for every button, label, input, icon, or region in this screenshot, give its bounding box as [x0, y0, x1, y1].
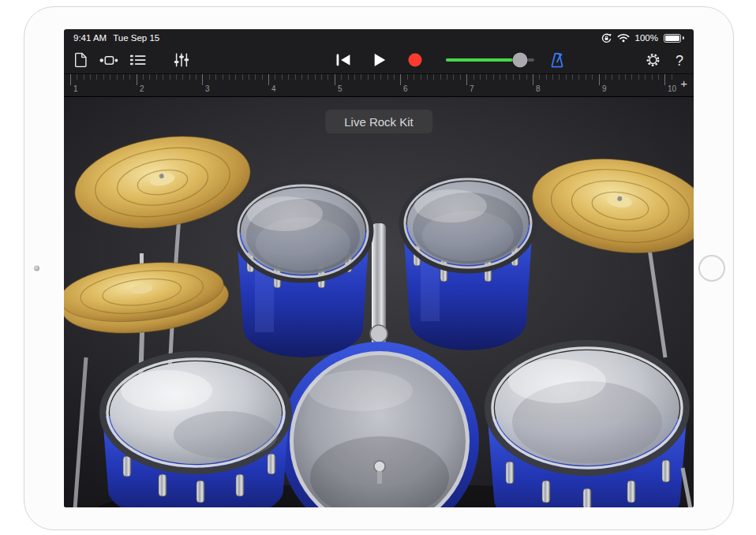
toolbar-right-group: ?: [645, 52, 683, 69]
record-icon: [409, 54, 422, 67]
tracks-view-button[interactable]: [99, 54, 118, 65]
go-to-beginning-button[interactable]: [336, 54, 351, 67]
ruler-mark: 9: [602, 84, 607, 93]
play-icon: [373, 53, 387, 68]
ruler-mark: 1: [73, 84, 78, 93]
ruler-mark: 10: [668, 84, 676, 93]
mixer-button[interactable]: [174, 53, 189, 68]
battery-icon: [664, 34, 681, 43]
drum-kit-illustration: [64, 97, 694, 507]
master-volume-slider[interactable]: [446, 58, 534, 62]
drums-instrument-area[interactable]: Live Rock Kit: [64, 97, 694, 507]
volume-knob[interactable]: [513, 53, 528, 68]
rotation-lock-icon: [601, 33, 612, 43]
transport-controls: [336, 53, 422, 68]
toolbar-left-group: [74, 53, 189, 68]
status-left: 9:41 AM Tue Sep 15: [73, 33, 159, 43]
battery-nub: [683, 36, 684, 39]
record-button[interactable]: [409, 54, 422, 67]
crash-cymbal[interactable]: [69, 125, 257, 240]
volume-fill: [446, 58, 520, 62]
ruler-mark: 5: [338, 84, 342, 93]
snare-drum[interactable]: [103, 354, 289, 507]
gear-icon: [645, 52, 661, 69]
ipad-device-frame: 9:41 AM Tue Sep 15 100%: [24, 6, 734, 530]
tom-mid[interactable]: [402, 176, 534, 350]
ruler-mark: 6: [403, 84, 408, 93]
status-bar: 9:41 AM Tue Sep 15 100%: [64, 29, 694, 47]
my-songs-button[interactable]: [74, 53, 88, 68]
hi-hat[interactable]: [64, 255, 231, 341]
track-list-icon: [130, 54, 146, 66]
garageband-screen: 9:41 AM Tue Sep 15 100%: [64, 29, 694, 507]
ruler-mark: 7: [470, 84, 474, 93]
faders-icon: [174, 53, 189, 68]
track-controls-button[interactable]: [130, 54, 146, 66]
page: 9:41 AM Tue Sep 15 100%: [0, 0, 756, 535]
timeline-ruler[interactable]: 1 2 3 4 5 6 7 8 9 10 +: [64, 74, 694, 97]
ruler-mark: 3: [205, 84, 210, 93]
track-view-icon: [99, 54, 118, 65]
status-date: Tue Sep 15: [113, 33, 159, 43]
ruler-mark: 8: [536, 84, 541, 93]
kick-drum[interactable]: [280, 342, 479, 507]
ride-cymbal[interactable]: [526, 148, 694, 264]
question-icon: ?: [676, 53, 683, 67]
play-button[interactable]: [373, 53, 387, 68]
wifi-icon: [617, 33, 630, 43]
metronome-icon: [548, 51, 566, 69]
status-right: 100%: [601, 33, 684, 43]
metronome-button[interactable]: [548, 51, 566, 69]
control-bar: ?: [64, 47, 694, 74]
skip-back-icon: [336, 54, 351, 67]
help-button[interactable]: ?: [676, 53, 683, 67]
front-camera: [34, 266, 39, 271]
status-time: 9:41 AM: [73, 33, 107, 43]
battery-percent: 100%: [635, 33, 658, 43]
tom-high[interactable]: [235, 182, 371, 357]
floor-tom[interactable]: [488, 343, 691, 507]
document-icon: [74, 53, 88, 68]
kit-selector-button[interactable]: Live Rock Kit: [325, 110, 432, 133]
ruler-plus-button[interactable]: +: [680, 77, 687, 89]
ruler-mark: 4: [271, 84, 276, 93]
settings-button[interactable]: [645, 52, 661, 69]
home-button[interactable]: [698, 255, 725, 282]
ruler-mark: 2: [140, 84, 144, 93]
